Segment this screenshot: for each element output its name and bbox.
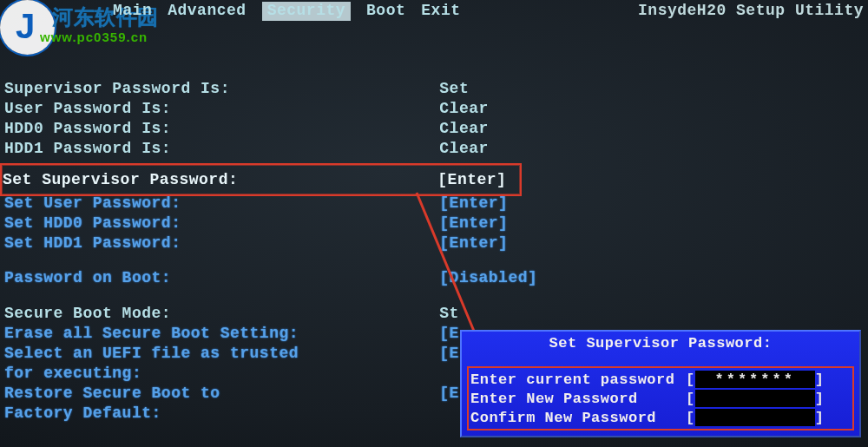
label-erase-secure-boot: Erase all Secure Boot Setting: bbox=[4, 325, 430, 342]
menu-bar: Main Advanced Security Boot Exit bbox=[0, 2, 868, 21]
row-supervisor-status: Supervisor Password Is: Set bbox=[4, 80, 469, 97]
row-password-on-boot[interactable]: Password on Boot: [Disabled] bbox=[4, 269, 537, 286]
label-confirm-password: Confirm New Password bbox=[470, 410, 686, 426]
tab-security[interactable]: Security bbox=[262, 2, 351, 21]
label-select-uefi-1: Select an UEFI file as trusted bbox=[4, 345, 430, 362]
watermark-url: www.pc0359.cn bbox=[40, 30, 148, 44]
label-new-password: Enter New Password bbox=[470, 391, 686, 407]
tab-exit[interactable]: Exit bbox=[421, 2, 460, 21]
row-user-status: User Password Is: Clear bbox=[4, 100, 489, 117]
label-user-status: User Password Is: bbox=[4, 100, 430, 117]
value-set-hdd1: [Enter] bbox=[439, 234, 508, 252]
row-hdd0-status: HDD0 Password Is: Clear bbox=[4, 120, 489, 137]
value-select-uefi: [E bbox=[439, 345, 459, 362]
label-set-hdd0: Set HDD0 Password: bbox=[4, 214, 430, 232]
row-select-uefi-1[interactable]: Select an UEFI file as trusted [E bbox=[4, 345, 459, 362]
tab-boot[interactable]: Boot bbox=[366, 2, 405, 21]
label-set-hdd1: Set HDD1 Password: bbox=[4, 234, 430, 252]
label-supervisor-status: Supervisor Password Is: bbox=[4, 80, 430, 97]
tab-main[interactable]: Main bbox=[113, 2, 152, 21]
row-set-hdd1[interactable]: Set HDD1 Password: [Enter] bbox=[4, 234, 508, 252]
row-set-user[interactable]: Set User Password: [Enter] bbox=[4, 194, 508, 212]
bracket-right-icon: ] bbox=[815, 371, 825, 388]
value-hdd1-status: Clear bbox=[439, 140, 489, 157]
value-set-hdd0: [Enter] bbox=[439, 214, 508, 232]
row-current-password: Enter current password [ ******* ] bbox=[470, 370, 851, 389]
value-secure-boot-mode: St bbox=[439, 305, 459, 322]
value-restore: [E bbox=[439, 385, 459, 402]
label-secure-boot-mode: Secure Boot Mode: bbox=[4, 305, 430, 322]
value-user-status: Clear bbox=[439, 100, 489, 117]
set-supervisor-password-dialog: Set Supervisor Password: Enter current p… bbox=[460, 330, 861, 437]
bracket-right-icon: ] bbox=[815, 391, 825, 407]
input-new-password[interactable] bbox=[695, 390, 815, 407]
value-password-on-boot: [Disabled] bbox=[439, 269, 537, 286]
dialog-body: Enter current password [ ******* ] Enter… bbox=[467, 366, 854, 431]
row-restore-2: Factory Default: bbox=[4, 404, 430, 422]
tab-advanced[interactable]: Advanced bbox=[168, 2, 246, 21]
label-password-on-boot: Password on Boot: bbox=[4, 269, 430, 286]
row-select-uefi-2: for executing: bbox=[4, 365, 430, 382]
bracket-left-icon: [ bbox=[686, 391, 695, 407]
input-current-password[interactable]: ******* bbox=[695, 371, 815, 388]
value-hdd0-status: Clear bbox=[439, 120, 489, 137]
value-erase-secure-boot: [E bbox=[439, 325, 459, 342]
bracket-left-icon: [ bbox=[686, 371, 695, 388]
label-restore-1: Restore Secure Boot to bbox=[4, 385, 430, 402]
dialog-title: Set Supervisor Password: bbox=[462, 332, 859, 352]
label-hdd0-status: HDD0 Password Is: bbox=[4, 120, 430, 137]
label-current-password: Enter current password bbox=[470, 371, 686, 388]
annotation-highlight-box bbox=[0, 163, 522, 196]
bracket-right-icon: ] bbox=[815, 410, 825, 426]
row-erase-secure-boot[interactable]: Erase all Secure Boot Setting: [E bbox=[4, 325, 459, 342]
row-set-hdd0[interactable]: Set HDD0 Password: [Enter] bbox=[4, 214, 508, 232]
value-supervisor-status: Set bbox=[439, 80, 469, 97]
label-select-uefi-2: for executing: bbox=[4, 365, 430, 382]
input-confirm-password[interactable] bbox=[695, 409, 815, 426]
value-set-user: [Enter] bbox=[439, 194, 508, 212]
label-restore-2: Factory Default: bbox=[4, 404, 430, 422]
label-set-user: Set User Password: bbox=[4, 194, 430, 212]
row-restore-1[interactable]: Restore Secure Boot to [E bbox=[4, 385, 459, 402]
row-confirm-password: Confirm New Password [ ] bbox=[470, 408, 851, 427]
row-secure-boot-mode[interactable]: Secure Boot Mode: St bbox=[4, 305, 459, 322]
label-hdd1-status: HDD1 Password Is: bbox=[4, 140, 430, 157]
row-hdd1-status: HDD1 Password Is: Clear bbox=[4, 140, 489, 157]
row-new-password: Enter New Password [ ] bbox=[470, 389, 851, 408]
bracket-left-icon: [ bbox=[686, 410, 695, 426]
bios-screen: J 河东软件园 www.pc0359.cn InsydeH20 Setup Ut… bbox=[0, 0, 868, 447]
